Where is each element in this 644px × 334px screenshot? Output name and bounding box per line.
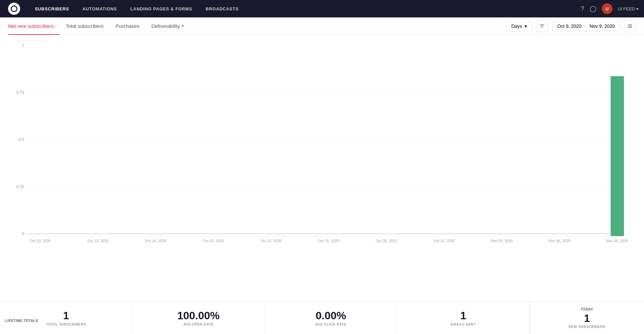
- tabs-right: Days ▾ Oct 9, 2020 – Nov 9, 2020: [506, 20, 636, 32]
- tabs-bar: Net new subscribers Total subscribers Pu…: [0, 17, 644, 35]
- notification-icon[interactable]: ◯: [590, 5, 596, 12]
- days-dropdown[interactable]: Days ▾: [506, 21, 532, 31]
- avatar: U: [602, 3, 612, 14]
- y-label-025: 0.25: [13, 184, 27, 189]
- date-start: Oct 9, 2020: [557, 23, 581, 29]
- x-label-9: Nov 06, 2020: [546, 239, 573, 243]
- x-label-6: Oct 28, 2020: [373, 239, 400, 243]
- top-nav: SUBSCRIBERS AUTOMATIONS LANDING PAGES & …: [0, 0, 644, 17]
- tab-net-new[interactable]: Net new subscribers: [8, 17, 60, 35]
- svg-rect-8: [611, 76, 624, 236]
- chevron-down-icon: ▾: [525, 23, 527, 29]
- x-axis: Oct 10, 2020 Oct 13, 2020 Oct 16, 2020 O…: [27, 236, 631, 249]
- x-label-5: Oct 25, 2020: [315, 239, 342, 243]
- chevron-down-icon: ▾: [182, 24, 184, 28]
- y-label-05: 0.5: [13, 137, 27, 142]
- nav-right: ? ◯ U UI FEED ▾: [581, 3, 639, 14]
- y-label-1: 1: [13, 43, 27, 48]
- filter-button[interactable]: [536, 20, 548, 32]
- y-axis: 0 0.25 0.5 0.75 1: [13, 43, 27, 236]
- y-label-075: 0.75: [13, 90, 27, 95]
- x-label-1: Oct 13, 2020: [85, 239, 111, 243]
- nav-links: SUBSCRIBERS AUTOMATIONS LANDING PAGES & …: [28, 0, 581, 17]
- date-range-picker[interactable]: Oct 9, 2020 – Nov 9, 2020: [552, 21, 620, 31]
- x-label-4: Oct 22, 2020: [258, 239, 284, 243]
- y-label-0: 0: [13, 231, 27, 236]
- chart-container: 0 0.25 0.5 0.75 1 Oct 10, 2020: [13, 43, 631, 249]
- chart-area: 0 0.25 0.5 0.75 1 Oct 10, 2020: [0, 35, 644, 256]
- nav-subscribers[interactable]: SUBSCRIBERS: [28, 0, 76, 17]
- x-label-0: Oct 10, 2020: [27, 239, 54, 243]
- tab-total[interactable]: Total subscribers: [60, 17, 110, 35]
- x-label-2: Oct 16, 2020: [142, 239, 169, 243]
- tab-deliverability[interactable]: Deliverability ▾: [145, 17, 190, 35]
- date-separator: –: [584, 23, 587, 29]
- x-label-10: Nov 09, 2020: [604, 239, 631, 243]
- user-label[interactable]: UI FEED ▾: [618, 6, 639, 11]
- chart-svg: [27, 43, 631, 236]
- x-label-8: Nov 03, 2020: [488, 239, 515, 243]
- date-end: Nov 9, 2020: [590, 23, 615, 29]
- chart-svg-container: [27, 43, 631, 236]
- list-view-button[interactable]: [624, 20, 636, 32]
- x-label-7: Oct 31, 2020: [431, 239, 458, 243]
- nav-automations[interactable]: AUTOMATIONS: [76, 0, 124, 17]
- x-label-3: Oct 19, 2020: [200, 239, 227, 243]
- nav-landing-pages[interactable]: LANDING PAGES & FORMS: [124, 0, 199, 17]
- tab-purchases[interactable]: Purchases: [109, 17, 145, 35]
- nav-broadcasts[interactable]: BROADCASTS: [199, 0, 245, 17]
- help-icon[interactable]: ?: [581, 5, 584, 12]
- logo[interactable]: [5, 3, 23, 15]
